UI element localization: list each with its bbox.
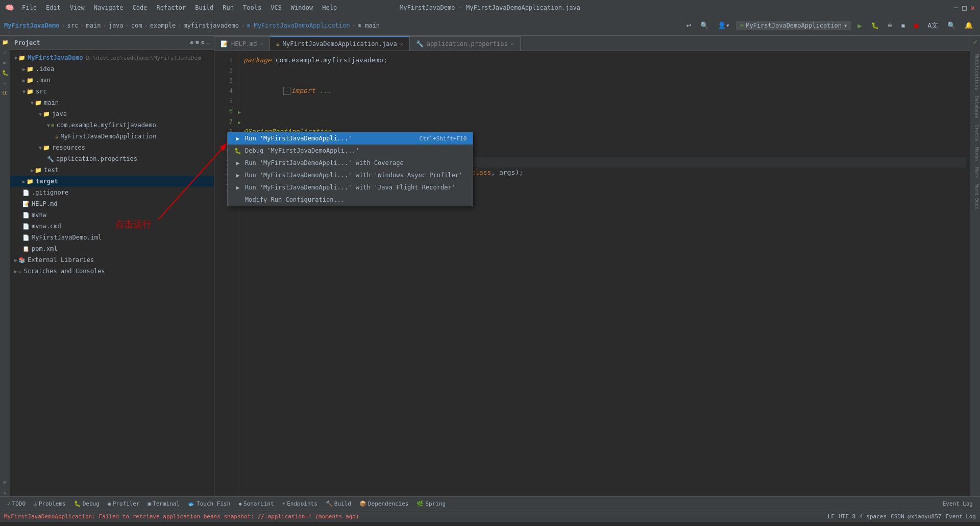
structure-icon[interactable]: ⊞	[1, 478, 9, 486]
fav-icon[interactable]: ★	[1, 488, 9, 496]
debug-icon[interactable]: 🐛	[1, 68, 9, 77]
tree-target[interactable]: ▶ 📁 target	[10, 176, 214, 187]
build-btn[interactable]: 🔨 Build	[323, 499, 354, 508]
user-button[interactable]: 👤▾	[715, 20, 733, 31]
maximize-button[interactable]: □	[962, 4, 966, 12]
touchfish-btn[interactable]: 🐟 Touch Fish	[185, 499, 233, 508]
menu-vcs[interactable]: VCS	[266, 3, 286, 12]
stop-button[interactable]: ■	[911, 20, 921, 31]
menu-tools[interactable]: Tools	[239, 3, 265, 12]
menu-modify-item[interactable]: Modify Run Configuration...	[228, 194, 473, 206]
run-icon[interactable]: ▶	[1, 58, 9, 66]
run-button[interactable]: ▶	[854, 20, 865, 31]
event-log-status[interactable]: Event Log	[945, 513, 976, 520]
commit-icon[interactable]: ✓	[1, 48, 9, 56]
gradle-icon[interactable]: Gradle	[971, 123, 979, 144]
maven-icon[interactable]: Maven	[971, 145, 979, 163]
tree-appprops[interactable]: 🔧 application.properties	[10, 153, 214, 164]
tab-props-close[interactable]: ✕	[511, 41, 514, 46]
run-config-dropdown[interactable]: ▾	[844, 22, 847, 29]
tab-helpmd[interactable]: 📝 HELP.md ✕	[214, 36, 270, 51]
indent[interactable]: 4 spaces	[860, 513, 887, 520]
tab-helpmd-close[interactable]: ✕	[260, 41, 263, 46]
tree-scratches[interactable]: ▶ ✏ Scratches and Consoles	[10, 266, 214, 277]
menu-help[interactable]: Help	[318, 3, 341, 12]
dependencies-btn[interactable]: 📦 Dependencies	[356, 499, 411, 508]
tree-gitignore[interactable]: 📄 .gitignore	[10, 187, 214, 198]
menu-async-item[interactable]: ▶ Run 'MyFirstJavaDemoAppli...' with 'Wi…	[228, 169, 473, 181]
search2-button[interactable]: 🔍	[944, 20, 959, 31]
terminal-btn[interactable]: ▣ Terminal	[144, 499, 183, 508]
breadcrumb-project[interactable]: MyFirstJavaDemo	[4, 22, 59, 29]
menu-debug-item[interactable]: 🐛 Debug 'MyFirstJavaDemoAppli...'	[228, 145, 473, 157]
menu-code[interactable]: Code	[129, 3, 152, 12]
run-config[interactable]: ⊕ MyFirstJavaDemoApplication ▾	[736, 21, 851, 30]
tree-resources[interactable]: ▼ 📁 resources	[10, 142, 214, 153]
tree-main-class[interactable]: ☕ MyFirstJavaDemoApplication	[10, 131, 214, 142]
translate-button[interactable]: A文	[924, 19, 941, 32]
tree-package[interactable]: ▼ ⊕ com.example.myfirstjavademo	[10, 119, 214, 131]
menu-refactor[interactable]: Refactor	[152, 3, 190, 12]
tab-main-java[interactable]: ☕ MyFirstJavaDemoApplication.java ✕	[270, 36, 410, 51]
endpoints-btn[interactable]: ⚡ Endpoints	[279, 499, 321, 508]
menu-build[interactable]: Build	[191, 3, 217, 12]
menu-navigate[interactable]: Navigate	[90, 3, 128, 12]
menu-file[interactable]: File	[18, 3, 41, 12]
project-gear-btn[interactable]: ⚙	[201, 39, 205, 46]
coverage-button[interactable]: ⊕	[885, 20, 895, 31]
back-button[interactable]: ↩	[683, 19, 694, 32]
debug-btn[interactable]: 🐛 Debug	[71, 499, 103, 508]
debug-button[interactable]: 🐛	[868, 20, 882, 31]
menu-edit[interactable]: Edit	[42, 3, 65, 12]
minimize-button[interactable]: ─	[954, 4, 958, 12]
project-icon[interactable]: 📁	[1, 38, 9, 46]
tree-root[interactable]: ▼ 📁 MyFirstJavaDemo D:\develop\codehome\…	[10, 52, 214, 63]
wordbook-icon[interactable]: Word Book	[971, 182, 979, 211]
tab-java-close[interactable]: ✕	[400, 41, 403, 47]
mark-icon[interactable]: Mark	[971, 165, 979, 180]
code-editor[interactable]: 1 2 3 4 5 6 ▶ 7 ▶ 8 9 10 11 12 13	[214, 51, 970, 496]
line-ending[interactable]: LF	[828, 513, 835, 520]
breadcrumb-method[interactable]: ⊕ main	[358, 22, 380, 29]
profiler-btn[interactable]: ◉ Profiler	[105, 499, 143, 508]
breadcrumb-myfirstjavademo[interactable]: myfirstjavademo	[184, 22, 239, 29]
tree-pomxml[interactable]: 📋 pom.xml	[10, 243, 214, 254]
tree-helpmd[interactable]: 📝 HELP.md	[10, 198, 214, 209]
database-icon[interactable]: Database	[971, 94, 979, 120]
breadcrumb-file[interactable]: ⊕ MyFirstJavaDemoApplication	[247, 22, 350, 29]
todo-btn[interactable]: ✓ TODO	[4, 499, 29, 508]
breadcrumb-com[interactable]: com	[131, 22, 142, 29]
menu-coverage-item[interactable]: ▶ Run 'MyFirstJavaDemoAppli...' with Cov…	[228, 157, 473, 169]
menu-run[interactable]: Run	[218, 3, 238, 12]
breadcrumb-example[interactable]: example	[150, 22, 176, 29]
tree-java[interactable]: ▼ 📁 java	[10, 108, 214, 119]
menu-jfr-item[interactable]: ▶ Run 'MyFirstJavaDemoAppli...' with 'Ja…	[228, 181, 473, 194]
event-log-btn[interactable]: Event Log	[939, 499, 976, 508]
leetcode-icon[interactable]: LC	[1, 89, 9, 97]
code-content[interactable]: package com.example.myfirstjavademo; -im…	[237, 51, 970, 496]
sonarlint-btn[interactable]: ◆ SonarLint	[235, 499, 277, 508]
project-collapse-btn[interactable]: ≡	[195, 39, 199, 46]
tree-mvnwcmd[interactable]: 📄 mvnw.cmd	[10, 221, 214, 232]
problems-btn[interactable]: ⚠ Problems	[31, 499, 69, 508]
tree-main[interactable]: ▼ 📁 main	[10, 97, 214, 108]
menu-window[interactable]: Window	[287, 3, 317, 12]
tree-idea[interactable]: ▶ 📁 .idea	[10, 63, 214, 75]
breadcrumb-main[interactable]: main	[86, 22, 101, 29]
tree-mvnw[interactable]: 📄 mvnw	[10, 209, 214, 221]
menu-run-item[interactable]: ▶ Run 'MyFirstJavaDemoAppli...' Ctrl+Shi…	[228, 132, 473, 145]
spring-btn[interactable]: 🌿 Spring	[413, 499, 449, 508]
tree-src[interactable]: ▼ 📁 src	[10, 86, 214, 97]
tree-mvn[interactable]: ▶ 📁 .mvn	[10, 75, 214, 86]
tree-test[interactable]: ▶ 📁 test	[10, 164, 214, 176]
encoding[interactable]: UTF-8	[839, 513, 855, 520]
tree-ext-libs[interactable]: ▶ 📚 External Libraries	[10, 254, 214, 266]
notifications-icon[interactable]: Notifications	[971, 52, 979, 92]
account-button[interactable]: 🔔	[962, 20, 976, 31]
tree-iml[interactable]: 📄 MyFirstJavaDemo.iml	[10, 232, 214, 243]
tab-appprops[interactable]: 🔧 application.properties ✕	[410, 36, 521, 51]
breadcrumb-java[interactable]: java	[109, 22, 124, 29]
todo-icon[interactable]: ✏	[1, 79, 9, 87]
menu-view[interactable]: View	[66, 3, 89, 12]
breadcrumb-src[interactable]: src	[67, 22, 79, 29]
